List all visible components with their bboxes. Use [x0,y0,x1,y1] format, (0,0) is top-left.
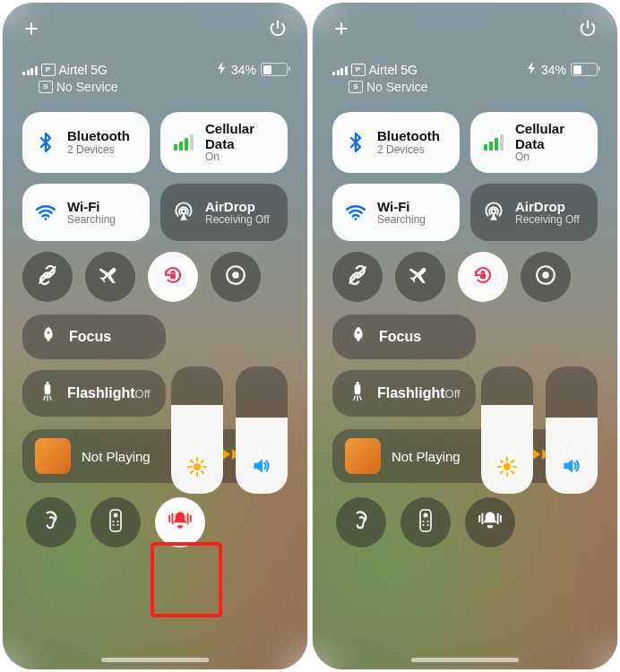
album-art [345,438,381,474]
charging-icon [527,62,537,77]
topbar [22,15,288,42]
svg-point-42 [424,513,428,518]
svg-line-26 [191,461,193,462]
ear-icon [39,509,63,536]
flashlight-sub: Off [135,387,151,401]
bluetooth-title: Bluetooth [377,128,440,143]
svg-rect-8 [46,382,48,384]
flashlight-tile[interactable]: FlashlightOff [22,370,166,417]
screen-record-toggle[interactable] [211,252,261,302]
hearing-button[interactable] [336,497,386,547]
wifi-tile[interactable]: Wi-FiSearching [332,184,460,241]
add-icon[interactable] [332,20,350,38]
sun-icon [186,456,208,481]
record-icon [534,263,557,290]
svg-point-31 [492,210,496,214]
rotation-lock-icon [162,264,184,289]
remote-icon [418,508,433,537]
orientation-lock-toggle[interactable] [148,252,198,302]
carrier-2-label: No Service [56,79,117,96]
silent-mode-toggle[interactable] [465,497,515,547]
remote-button[interactable] [90,497,141,547]
focus-tile[interactable]: Focus [332,314,476,359]
brightness-slider[interactable] [171,366,223,494]
brightness-slider[interactable] [481,366,533,494]
svg-point-51 [504,463,511,470]
bluetooth-icon [343,130,368,155]
hearing-button[interactable] [26,497,76,547]
svg-point-43 [423,521,425,522]
focus-tile[interactable]: Focus [22,314,166,359]
cellular-sub: On [205,151,277,164]
cellular-tile[interactable]: Cellular DataOn [160,112,288,173]
airdrop-sub: Receiving Off [515,214,580,227]
svg-line-29 [202,461,203,462]
album-art [35,438,71,474]
carrier-2-label: No Service [366,79,427,96]
svg-point-30 [355,218,357,220]
sim-p-icon: P [351,64,366,76]
personal-hotspot-toggle[interactable] [332,252,383,302]
power-icon[interactable] [578,19,598,39]
link-icon [36,263,59,290]
rotation-lock-icon [472,264,494,289]
svg-line-2 [39,267,55,282]
airdrop-tile[interactable]: AirDropReceiving Off [470,184,598,241]
home-indicator [101,658,209,662]
volume-slider[interactable] [236,366,288,494]
cellular-bars-icon [171,130,196,155]
flashlight-title: Flashlight [377,385,445,401]
cellular-tile[interactable]: Cellular DataOn [470,112,598,173]
svg-rect-7 [45,384,51,395]
bluetooth-tile[interactable]: Bluetooth2 Devices [22,112,150,173]
svg-point-13 [113,521,115,522]
volume-slider[interactable] [546,366,598,494]
svg-point-14 [117,521,119,522]
battery-icon [261,63,288,76]
add-icon[interactable] [22,20,40,38]
power-icon[interactable] [268,19,288,39]
airplane-mode-toggle[interactable] [395,252,445,302]
silent-mode-toggle[interactable] [155,497,205,547]
airdrop-title: AirDrop [515,199,580,214]
svg-rect-38 [356,382,358,384]
link-icon [346,263,369,290]
bluetooth-tile[interactable]: Bluetooth2 Devices [332,112,460,173]
charging-icon [217,62,227,77]
cellular-bars-icon [481,130,506,155]
wifi-tile[interactable]: Wi-FiSearching [22,184,150,241]
screen-record-toggle[interactable] [521,252,571,302]
speaker-icon [560,454,583,481]
svg-point-45 [423,524,425,526]
svg-rect-37 [355,384,361,395]
speaker-icon [250,454,273,481]
wifi-icon [343,200,368,225]
personal-hotspot-toggle[interactable] [22,252,73,302]
airplane-icon [98,263,123,291]
flashlight-title: Flashlight [67,385,135,401]
svg-point-12 [114,513,118,518]
flashlight-icon [39,381,56,406]
svg-point-6 [47,332,50,334]
record-icon [224,263,247,290]
wifi-title: Wi-Fi [67,199,116,214]
airplane-mode-toggle[interactable] [85,252,135,302]
flashlight-tile[interactable]: FlashlightOff [332,370,476,417]
airdrop-icon [171,200,196,225]
svg-line-58 [501,471,503,473]
svg-line-27 [202,471,203,473]
bell-icon [167,509,194,536]
svg-point-1 [182,210,186,214]
svg-point-35 [542,271,549,279]
flashlight-sub: Off [445,387,461,401]
bluetooth-title: Bluetooth [67,128,130,143]
topbar [332,15,598,42]
airdrop-tile[interactable]: AirDropReceiving Off [160,184,288,241]
sim-s-icon: S [349,81,363,93]
svg-point-15 [113,524,115,526]
svg-line-59 [512,461,513,462]
svg-point-44 [427,521,429,522]
orientation-lock-toggle[interactable] [458,252,508,302]
airdrop-title: AirDrop [205,199,270,214]
remote-button[interactable] [400,497,451,547]
